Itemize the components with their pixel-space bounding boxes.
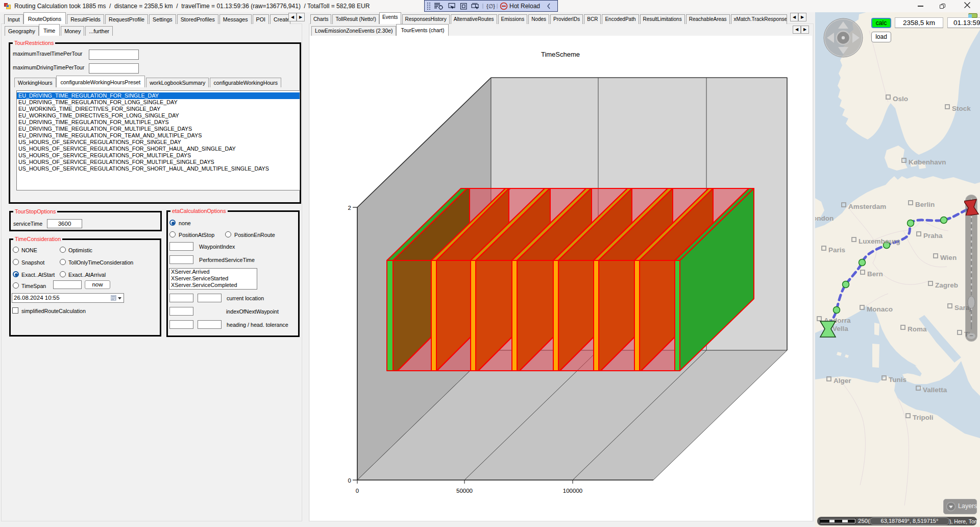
svg-text:Tunis: Tunis	[889, 376, 906, 384]
svg-text:Zagreb: Zagreb	[935, 281, 958, 289]
svg-text:100000: 100000	[563, 488, 582, 494]
svg-text:Bern: Bern	[867, 270, 883, 278]
svg-text:TimeScheme: TimeScheme	[541, 51, 580, 58]
svg-text:Luxembourg: Luxembourg	[859, 237, 900, 245]
svg-text:Amsterdam: Amsterdam	[848, 203, 886, 210]
svg-text:50000: 50000	[456, 488, 473, 494]
svg-text:Paris: Paris	[828, 246, 845, 254]
svg-text:Wien: Wien	[940, 254, 957, 261]
svg-text:Monaco: Monaco	[867, 305, 893, 313]
svg-text:−: −	[969, 332, 973, 340]
svg-text:Berlin: Berlin	[915, 201, 935, 208]
svg-text:Stock: Stock	[952, 105, 971, 112]
svg-text:Tripoli: Tripoli	[913, 414, 934, 421]
svg-text:Hot Reload: Hot Reload	[509, 3, 540, 10]
svg-text:0: 0	[356, 488, 359, 494]
svg-text:Roma: Roma	[908, 325, 927, 333]
svg-text:Alger: Alger	[834, 377, 851, 385]
svg-text:Praha: Praha	[923, 232, 943, 239]
svg-text:København: København	[909, 158, 946, 166]
svg-text:ondon: ondon	[815, 214, 834, 222]
svg-text:Valletta: Valletta	[923, 386, 947, 394]
svg-text:0: 0	[348, 477, 351, 484]
svg-text:2: 2	[348, 205, 351, 211]
svg-text:{∅}: {∅}	[486, 3, 495, 9]
svg-text:Oslo: Oslo	[893, 95, 908, 103]
